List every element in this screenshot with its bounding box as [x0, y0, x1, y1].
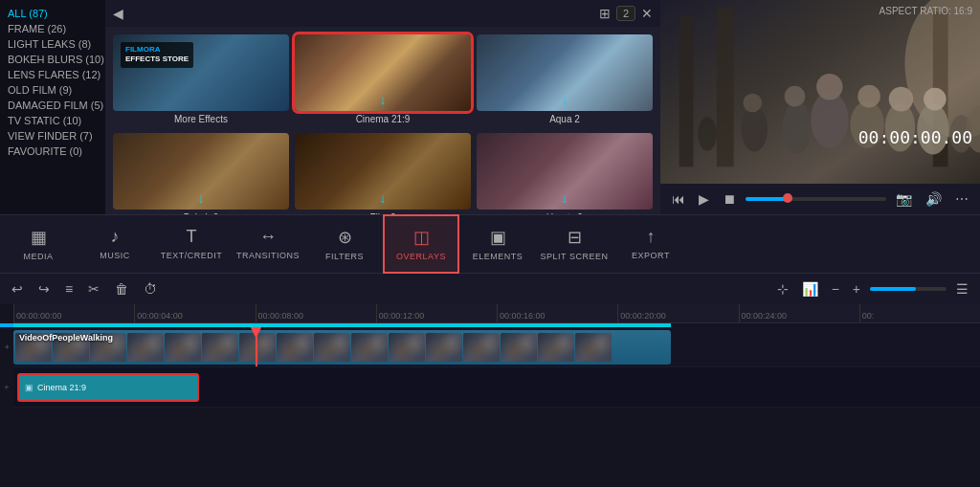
sidebar-item-favourite[interactable]: FAVOURITE (0) — [8, 144, 98, 159]
redo-button[interactable]: ↪ — [34, 279, 54, 299]
close-panel-button[interactable]: ✕ — [641, 6, 653, 21]
svg-point-14 — [743, 94, 762, 113]
volume-button[interactable]: 🔊 — [922, 189, 946, 209]
media-item-label: More Effects — [113, 111, 289, 127]
timeline-zoom-out-button[interactable]: − — [828, 279, 843, 299]
timeline-layout-button[interactable]: ☰ — [952, 279, 972, 299]
sidebar-item-all[interactable]: ALL (87) — [8, 6, 98, 21]
aspect-ratio-label: ASPECT RATIO: 16:9 — [880, 6, 972, 16]
download-icon: ↓ — [562, 190, 568, 206]
text-credit-label: TEXT/CREDIT — [161, 251, 223, 260]
ruler-mark: 00:00:20:00 — [617, 304, 738, 322]
timeline-zoom-slider[interactable] — [870, 287, 947, 291]
clock-button[interactable]: ⏱ — [140, 279, 161, 299]
video-clip[interactable]: VideoOfPeopleWalking — [13, 330, 671, 365]
sidebar-item-lens-flares[interactable]: LENS FLARES (12) — [8, 67, 98, 82]
download-icon: ↓ — [380, 190, 387, 206]
track-labels: + + — [0, 304, 13, 488]
film-frame — [239, 333, 276, 362]
sidebar-item-old-film[interactable]: OLD FILM (9) — [8, 82, 98, 98]
sidebar-item-light-leaks[interactable]: LIGHT LEAKS (8) — [8, 36, 98, 52]
timeline-cursor-button[interactable]: ⊹ — [773, 279, 792, 299]
cut-button[interactable]: ✂ — [84, 279, 103, 299]
svg-point-10 — [785, 86, 806, 107]
progress-dot — [783, 193, 792, 203]
split-button[interactable]: ≡ — [61, 279, 77, 299]
video-clip-label: VideoOfPeopleWalking — [19, 333, 113, 343]
snapshot-button[interactable]: 📷 — [892, 189, 916, 209]
sidebar: ALL (87) FRAME (26) LIGHT LEAKS (8) BOKE… — [0, 0, 105, 214]
media-item-aqua[interactable]: ↓ Aqua 2 — [477, 34, 653, 127]
zoom-fill — [870, 287, 916, 291]
overlays-label: OVERLAYS — [396, 252, 446, 261]
media-item-label: Aqua 2 — [477, 111, 653, 127]
preview-controls: ⏮ ▶ ⏹ 📷 🔊 ⋯ — [660, 184, 980, 214]
tool-music[interactable]: ♪ MUSIC — [77, 214, 153, 274]
ruler-mark: 00:00:12:00 — [376, 304, 497, 322]
download-icon: ↓ — [380, 92, 387, 107]
music-icon: ♪ — [111, 227, 120, 247]
stop-button[interactable]: ⏹ — [719, 189, 740, 209]
svg-point-12 — [889, 87, 914, 112]
timeline-tracks: 00:00:00:00 00:00:04:00 00:00:08:00 00:0… — [13, 304, 980, 488]
delete-button[interactable]: 🗑 — [111, 279, 132, 299]
media-icon: ▦ — [31, 227, 47, 248]
film-frame — [165, 333, 201, 362]
svg-point-8 — [858, 85, 880, 108]
count-badge: 2 — [616, 6, 635, 21]
download-icon: ↓ — [198, 190, 205, 206]
svg-point-16 — [924, 88, 947, 111]
ruler-mark: 00:00:24:00 — [739, 304, 859, 322]
timeline-content: + + 00:00:00:00 00:00:04:00 00:00:08:00 … — [0, 304, 980, 488]
filters-icon: ⊛ — [338, 227, 352, 248]
tool-media[interactable]: ▦ MEDIA — [0, 214, 77, 274]
filters-label: FILTERS — [325, 252, 364, 261]
timeline-ruler: 00:00:00:00 00:00:04:00 00:00:08:00 00:0… — [13, 304, 980, 323]
film-frame — [127, 333, 164, 362]
tool-filters[interactable]: ⊛ FILTERS — [306, 214, 383, 274]
video-background — [660, 0, 980, 184]
play-button[interactable]: ▶ — [695, 189, 713, 209]
transitions-label: TRANSITIONS — [236, 251, 300, 260]
tool-export[interactable]: ↑ EXPORT — [612, 214, 689, 274]
back-button[interactable]: ◀ — [113, 6, 123, 21]
split-screen-label: SPLIT SCREEN — [541, 252, 609, 261]
tool-split-screen[interactable]: ⊟ SPLIT SCREEN — [536, 214, 612, 274]
sidebar-item-viewfinder[interactable]: VIEW FINDER (7) — [8, 128, 98, 144]
media-item-cinema[interactable]: ↓ Cinema 21:9 — [295, 34, 471, 127]
text-credit-icon: T — [187, 227, 197, 247]
sidebar-item-tv-static[interactable]: TV STATIC (10) — [8, 113, 98, 128]
media-item-film[interactable]: ↓ Film 2 — [295, 133, 471, 214]
overlay-clip[interactable]: ▣ Cinema 21:9 — [17, 373, 199, 402]
timeline-zoom-in-button[interactable]: + — [849, 279, 864, 299]
more-options-button[interactable]: ⋯ — [951, 189, 972, 209]
timeline-area: ↩ ↪ ≡ ✂ 🗑 ⏱ ⊹ 📊 − + ☰ + + — [0, 274, 980, 488]
download-icon: ↓ — [562, 92, 568, 107]
undo-button[interactable]: ↩ — [8, 279, 27, 299]
film-frame — [501, 333, 537, 362]
sidebar-item-damaged-film[interactable]: DAMAGED FILM (5) — [8, 98, 98, 113]
ruler-mark: 00:00:16:00 — [497, 304, 617, 322]
sidebar-item-frame[interactable]: FRAME (26) — [8, 21, 98, 36]
tool-overlays[interactable]: ◫ OVERLAYS — [383, 214, 459, 274]
svg-point-9 — [783, 101, 811, 154]
media-item-bokeh[interactable]: ↓ Bokeh 2 — [113, 133, 289, 214]
skip-back-button[interactable]: ⏮ — [668, 189, 689, 209]
timeline-toolbar: ↩ ↪ ≡ ✂ 🗑 ⏱ ⊹ 📊 − + ☰ — [0, 274, 980, 304]
svg-rect-1 — [679, 16, 694, 166]
timeline-waveform-button[interactable]: 📊 — [798, 279, 822, 299]
sidebar-item-bokeh-blurs[interactable]: BOKEH BLURS (10) — [8, 52, 98, 67]
overlay-track: ▣ Cinema 21:9 — [13, 367, 980, 408]
tool-elements[interactable]: ▣ ELEMENTS — [459, 214, 536, 274]
media-item-hearts[interactable]: ↓ Hearts 2 — [477, 133, 653, 214]
preview-progress-bar[interactable] — [746, 197, 886, 201]
tool-text-credit[interactable]: T TEXT/CREDIT — [153, 214, 230, 274]
tool-transitions[interactable]: ↔ TRANSITIONS — [230, 214, 306, 274]
ruler-mark: 00:00:08:00 — [256, 304, 376, 322]
playhead[interactable] — [256, 327, 257, 366]
overlay-clip-icon: ▣ — [25, 383, 33, 392]
film-frame — [314, 333, 350, 362]
music-label: MUSIC — [100, 251, 130, 260]
media-item-more-effects[interactable]: FILMORA EFFECTS STORE More Effects — [113, 34, 289, 127]
grid-view-button[interactable]: ⊞ — [599, 6, 611, 21]
